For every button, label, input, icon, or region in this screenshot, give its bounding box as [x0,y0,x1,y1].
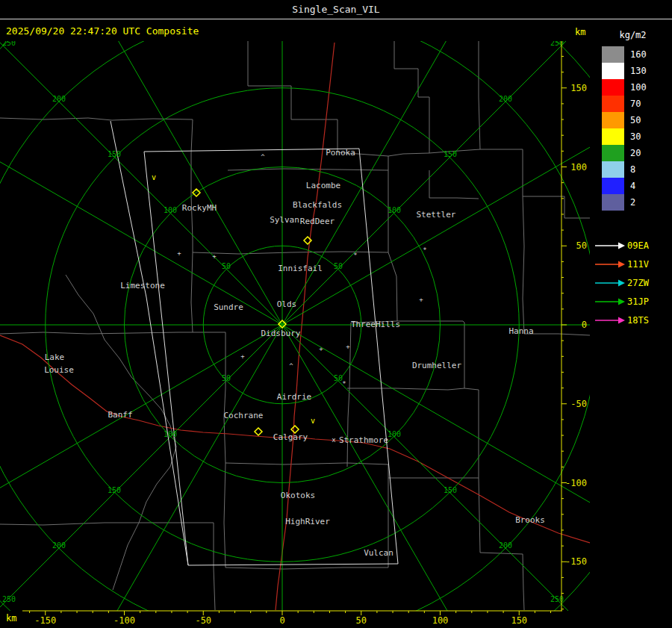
ring-distance-label: 150 [108,486,121,494]
scale-value-label: 100 [630,82,647,93]
track-arrow-icon [595,297,625,306]
station-symbol: ^ [289,362,293,370]
scale-row: 2 [594,194,672,211]
county-boundary [0,523,105,525]
storm-track-row: 09EA [595,236,672,255]
scale-color-swatch [602,194,624,211]
storm-track-row: 31JP [595,292,672,311]
city-label: Vulcan [364,548,393,558]
county-boundary [224,332,225,568]
scale-value-label: 160 [630,49,647,60]
city-label: Limestone [120,281,165,290]
ring-distance-label: 50 [222,374,231,382]
x-axis-label: -100 [113,615,135,626]
radar-map-canvas: 5010015020025050100150200250501001502002… [0,0,672,628]
city-label: Airdrie [277,392,311,402]
station-symbol: + [319,345,323,352]
city-label: Sundre [214,302,243,312]
storm-track-row: 18TS [595,311,672,329]
county-boundary [429,170,479,199]
city-label: Cochrane [224,411,264,420]
city-label: RedDeer [300,217,335,226]
track-arrow-icon [595,260,625,269]
scale-color-swatch [602,145,624,161]
station-symbol: + [419,296,423,303]
track-arrow-icon [595,316,625,325]
station-symbol: + [240,352,245,360]
city-label: Calgary [273,432,308,442]
scale-value-label: 2 [630,197,635,208]
window-title: Single_Scan_VIL [292,4,379,15]
km-unit-label-top: km [575,27,585,37]
scale-color-swatch [602,112,624,128]
storm-marker-vee: v [152,173,156,181]
scale-color-swatch [602,96,624,112]
radial-line [282,8,599,325]
scale-value-label: 30 [630,131,641,142]
county-boundary [105,523,215,610]
ring-distance-label: 100 [388,430,401,438]
city-label: Lake [45,352,65,362]
city-label: Olds [277,299,297,309]
city-label: Didsbury [261,329,301,338]
scale-value-label: 4 [630,181,635,191]
ring-distance-label: 100 [164,206,177,214]
county-boundary [191,119,193,332]
city-label: Banff [108,410,132,420]
city-label: Lacombe [306,181,340,190]
y-axis-label: 50 [576,240,587,251]
y-axis-label: -100 [565,478,587,488]
ring-distance-label: 150 [444,150,457,158]
county-boundary [193,252,388,254]
city-label: Drumheller [412,361,462,370]
x-axis-label: 100 [432,615,449,626]
scale-color-swatch [602,63,624,79]
ring-distance-label: 250 [2,595,16,603]
scale-value-label: 70 [630,99,641,109]
county-boundary [479,41,590,218]
storm-marker-diamond [255,428,262,435]
scale-row: 70 [594,96,672,112]
ring-distance-label: 100 [164,430,177,438]
city-label: RockyMH [182,203,217,213]
vil-color-scale: 16013010070503020842 [594,46,672,211]
ring-distance-label: 50 [334,262,343,270]
ring-distance-label: 200 [52,541,66,550]
track-id-label: 31JP [627,296,649,307]
city-label: Blackfalds [293,200,342,210]
scale-row: 30 [594,128,672,145]
x-axis-label: -150 [34,615,56,626]
x-axis-label: 150 [511,615,527,626]
ring-distance-label: 150 [108,150,121,158]
city-label: Innisfail [278,264,323,273]
city-label: Brooks [515,515,545,525]
scale-value-label: 20 [630,148,641,158]
ring-distance-label: 150 [444,486,457,494]
station-symbol: + [346,343,350,350]
radial-line [0,8,282,325]
county-boundary [248,41,388,156]
x-axis-label: 50 [356,615,367,626]
county-boundary [347,388,479,478]
y-axis-label: 0 [582,320,587,330]
x-axis-label: 0 [279,615,284,626]
radial-line [282,325,506,628]
ring-distance-label: 250 [2,39,16,47]
scale-row: 130 [594,63,672,79]
y-axis-label: -150 [565,556,587,567]
radial-line [58,0,282,325]
scale-row: 8 [594,161,672,178]
city-label: Okotoks [281,491,315,500]
storm-marker-vee: v [311,417,315,425]
county-boundary [523,196,590,335]
ring-distance-label: 50 [222,262,231,270]
scale-color-swatch [602,79,624,96]
station-symbol: * [353,252,357,259]
track-arrow-icon [595,279,625,287]
scale-color-swatch [602,128,624,145]
scale-color-swatch [602,46,624,63]
city-label: Ponoka [326,148,355,158]
station-symbol: + [177,249,181,257]
y-axis-label: 150 [570,83,587,93]
scale-value-label: 50 [630,115,641,125]
